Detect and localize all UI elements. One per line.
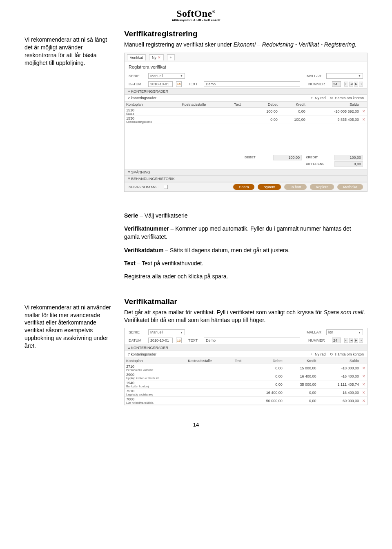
next-icon: ▶ xyxy=(354,82,358,87)
last-icon: ⇥ xyxy=(359,82,363,87)
text-input[interactable]: Demo xyxy=(204,338,300,343)
rows-count: 7 konteringsrader xyxy=(128,352,156,356)
table-row[interactable]: 1530Checkräkningskonto 0,00 100,00 9 835… xyxy=(125,116,367,124)
section-historik[interactable]: ▼ BEHANDLINGSHISTORIK xyxy=(125,176,367,182)
serie-select[interactable]: Manuell▼ xyxy=(148,73,185,79)
side-note-1: Vi rekommenderar att ni så långt det är … xyxy=(24,29,114,67)
col-saldo: Saldo xyxy=(307,101,361,107)
delete-row-icon[interactable]: ✕ xyxy=(361,364,367,372)
label-differens: DIFFERENS xyxy=(306,162,330,166)
kopiera-button[interactable]: Kopiera xyxy=(310,184,334,190)
chevron-down-icon: ▼ xyxy=(180,74,183,77)
label-mallar: MALLAR xyxy=(307,330,323,334)
totals-block: DEBET 100,00 KREDIT 100,00 DIFFERENS 0,0… xyxy=(125,153,367,169)
col-text: Text xyxy=(233,358,250,364)
motboka-button[interactable]: Motboka xyxy=(337,184,363,190)
table-row[interactable]: 7510Lagstadg sociala avg16 400,000,0016 … xyxy=(125,389,367,397)
chevron-down-icon: ▼ xyxy=(180,331,183,334)
col-saldo: Saldo xyxy=(318,358,361,364)
table-row[interactable]: 1510Kassa 100,00 0,00 -10 005 692,00 ✕ xyxy=(125,107,367,116)
delete-row-icon[interactable]: ✕ xyxy=(361,389,367,397)
next-icon: ▶ xyxy=(354,338,358,343)
prev-icon: ◀ xyxy=(349,82,353,87)
label-nummer: NUMMER xyxy=(308,82,329,86)
table-row[interactable]: 1940Bank (övr konton)0,0035 000,001 111 … xyxy=(125,380,367,389)
section-sparning[interactable]: ▼ SPÅRNING xyxy=(125,169,367,176)
chevron-down-icon: ▼ xyxy=(358,331,361,334)
serie-select[interactable]: Manuell▼ xyxy=(148,329,185,335)
calendar-icon[interactable]: 15 xyxy=(176,81,182,87)
tab-verifikat[interactable]: Verifikat xyxy=(127,54,146,60)
collapse-up-icon: ▲ xyxy=(127,89,131,93)
col-kontoplan: Kontoplan xyxy=(125,101,180,107)
datum-input[interactable]: 2010-10-01 xyxy=(148,338,173,343)
nummer-input[interactable]: 24 xyxy=(332,338,341,343)
tab-add-button[interactable]: + xyxy=(167,54,175,60)
label-total-kredit: KREDIT xyxy=(306,156,330,159)
heading-verifikatmallar: Verifikatmallar xyxy=(124,297,368,306)
col-kontoplan: Kontoplan xyxy=(125,358,186,364)
nummer-input[interactable]: 24 xyxy=(332,81,341,87)
collapse-up-icon: ▲ xyxy=(127,346,131,350)
first-icon: ⇤ xyxy=(344,338,348,343)
spara-button[interactable]: Spara xyxy=(233,184,254,190)
close-icon[interactable]: ✕ xyxy=(158,56,161,60)
intro-1: Manuell registrering av verifikat sker u… xyxy=(124,41,368,49)
spara-som-mall-label: SPARA SOM MALL xyxy=(129,185,160,189)
value-total-kredit: 100,00 xyxy=(334,155,363,160)
value-total-debet: 100,00 xyxy=(273,155,302,160)
delete-row-icon[interactable]: ✕ xyxy=(361,397,367,405)
mallar-select[interactable]: lön▼ xyxy=(326,329,363,335)
label-total-debet: DEBET xyxy=(245,156,269,159)
hamta-konton-button[interactable]: ↻ Hämta om konton xyxy=(330,96,364,100)
tab-ny[interactable]: Ny ✕ xyxy=(149,54,164,60)
heading-verifikatregistrering: Verifikatregistrering xyxy=(124,29,368,38)
col-kostnad: Kostnadsstalle xyxy=(180,101,232,107)
col-kostnad: Kostnadsstalle xyxy=(186,358,233,364)
label-nummer: NUMMER xyxy=(308,338,329,342)
konterings-table: Kontoplan Kostnadsstalle Text Debet Kred… xyxy=(125,101,367,124)
side-note-2: Vi rekommenderar att ni använder mallar … xyxy=(24,297,114,350)
ny-rad-button[interactable]: + Ny rad xyxy=(310,352,325,356)
spara-som-mall-checkbox[interactable] xyxy=(164,185,168,189)
delete-row-icon[interactable]: ✕ xyxy=(361,372,367,380)
col-debet: Debet xyxy=(250,358,284,364)
label-serie: SERIE xyxy=(129,74,145,78)
nummer-spinner[interactable]: ⇤◀▶⇥ xyxy=(344,338,363,343)
field-descriptions: Serie – Välj verifikatserie Verifikatnum… xyxy=(24,211,368,281)
label-datum: DATUM xyxy=(129,82,145,86)
mallar-select[interactable]: ▼ xyxy=(326,73,363,79)
refresh-icon: ↻ xyxy=(330,352,334,356)
delete-row-icon[interactable]: ✕ xyxy=(361,380,367,389)
delete-row-icon[interactable]: ✕ xyxy=(361,116,367,124)
logo-subtitle: Affärssystem & HR - helt enkelt xyxy=(24,18,368,22)
tab-strip: Verifikat Ny ✕ + xyxy=(125,53,367,62)
section-konteringsrader[interactable]: ▲ KONTERINGSRADER xyxy=(125,345,367,351)
prev-icon: ◀ xyxy=(349,338,353,343)
nummer-spinner[interactable]: ⇤◀▶⇥ xyxy=(344,82,363,87)
section-konteringsrader[interactable]: ▲ KONTERINGSRADER xyxy=(125,88,367,95)
brand-header: SoftOne® Affärssystem & HR - helt enkelt xyxy=(24,8,368,22)
ny-rad-button[interactable]: + Ny rad xyxy=(310,96,325,100)
collapse-down-icon: ▼ xyxy=(127,177,131,180)
datum-input[interactable]: 2010-10-01 xyxy=(148,81,173,87)
table-row[interactable]: 2900Upplup koston o förutb int0,0016 400… xyxy=(125,372,367,380)
konterings-table-2: Kontoplan Kostnadsstalle Text Debet Kred… xyxy=(125,358,367,405)
refresh-icon: ↻ xyxy=(330,96,334,100)
text-input[interactable]: Demo xyxy=(204,81,300,87)
hamta-konton-button[interactable]: ↻ Hämta om konton xyxy=(330,352,364,356)
table-row[interactable]: 7000Lön kollektivanställda50 000,000,006… xyxy=(125,397,367,405)
col-debet: Debet xyxy=(252,101,279,107)
logo-text: SoftOne® xyxy=(24,8,368,19)
plus-icon: + xyxy=(310,352,314,356)
delete-row-icon[interactable]: ✕ xyxy=(361,107,367,116)
col-kredit: Kredit xyxy=(284,358,318,364)
verifikat-screenshot-2: SERIE Manuell▼ MALLAR lön▼ DATUM 2010-10… xyxy=(124,328,368,405)
last-icon: ⇥ xyxy=(359,338,363,343)
label-serie: SERIE xyxy=(129,330,145,334)
table-row[interactable]: 2710Personalens källskatt0,0015 000,00-1… xyxy=(125,364,367,372)
ny-tom-button[interactable]: Ny/töm xyxy=(258,184,281,190)
collapse-down-icon: ▼ xyxy=(127,170,131,174)
ta-bort-button[interactable]: Ta bort xyxy=(284,184,307,190)
calendar-icon[interactable]: 15 xyxy=(176,338,182,343)
